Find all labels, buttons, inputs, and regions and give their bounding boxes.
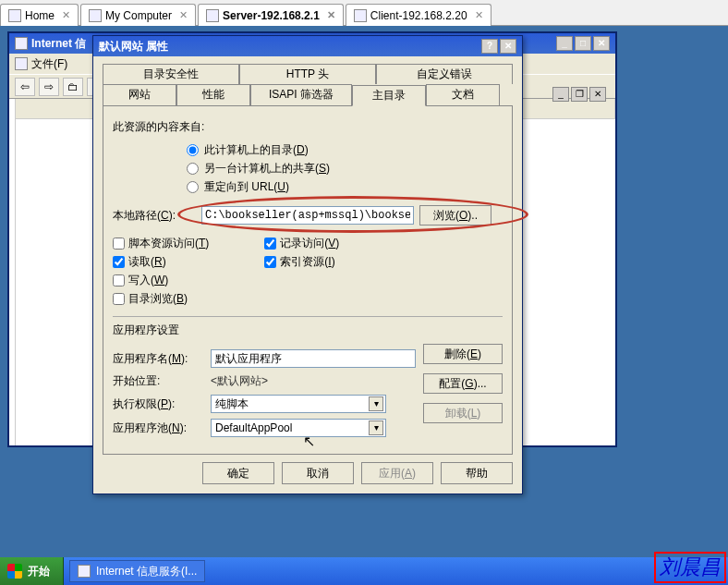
tab-performance[interactable]: 性能: [176, 84, 250, 105]
vm-tab-client[interactable]: Client-192.168.2.20 ✕: [346, 4, 491, 26]
dialog-button-row: 确定 取消 应用(A) 帮助: [103, 462, 513, 484]
local-path-row: 本地路径(C): 浏览(O)..: [113, 205, 503, 225]
mdi-close-button[interactable]: ✕: [589, 87, 606, 102]
chk-script-access[interactable]: [113, 238, 125, 250]
chk-browse-label: 目录浏览(B): [128, 291, 188, 307]
iis-app-icon: [15, 37, 28, 50]
taskbar-item-label: Internet 信息服务(I...: [96, 564, 197, 579]
remove-button[interactable]: 删除(E): [423, 344, 503, 364]
close-icon[interactable]: ✕: [179, 9, 188, 21]
menu-file[interactable]: 文件(F): [31, 56, 67, 72]
radio-local-label: 此计算机上的目录(D): [204, 142, 309, 158]
tab-documents[interactable]: 文档: [426, 84, 500, 105]
back-button[interactable]: ⇦: [15, 78, 35, 96]
windows-flag-icon: [7, 564, 22, 579]
chk-index-label: 索引资源(I): [280, 254, 334, 270]
chk-log-label: 记录访问(V): [280, 236, 339, 251]
maximize-button[interactable]: □: [575, 36, 591, 51]
app-pool-combo[interactable]: DefaultAppPool ▾: [211, 419, 386, 437]
app-pool-value: DefaultAppPool: [215, 421, 292, 434]
exec-perm-label: 执行权限(P):: [113, 396, 205, 412]
taskbar: 开始 Internet 信息服务(I...: [0, 557, 728, 585]
chk-dir-browse[interactable]: [113, 293, 125, 305]
chk-log-visits[interactable]: [264, 238, 276, 250]
apply-button[interactable]: 应用(A): [361, 462, 433, 484]
vm-tab-label: My Computer: [105, 9, 172, 22]
cancel-button[interactable]: 取消: [282, 462, 354, 484]
home-icon: [8, 9, 21, 22]
dialog-title-text: 默认网站 属性: [99, 39, 168, 55]
computer-icon: [89, 9, 102, 22]
radio-share-label: 另一台计算机上的共享(S): [204, 161, 330, 177]
app-name-label: 应用程序名(M):: [113, 351, 205, 367]
vm-tab-bar: Home ✕ My Computer ✕ Server-192.168.2.1 …: [0, 0, 728, 26]
ok-button[interactable]: 确定: [202, 462, 274, 484]
start-location-value: <默认网站>: [211, 373, 416, 389]
configure-button[interactable]: 配置(G)...: [423, 373, 503, 394]
chk-read[interactable]: [113, 256, 125, 268]
browse-button[interactable]: 浏览(O)..: [419, 205, 491, 225]
unload-button[interactable]: 卸载(L): [423, 403, 503, 423]
server-icon: [206, 9, 219, 22]
tab-custom-errors[interactable]: 自定义错误: [376, 64, 513, 84]
vm-tab-server[interactable]: Server-192.168.2.1 ✕: [198, 4, 344, 26]
tab-dir-security[interactable]: 目录安全性: [103, 64, 239, 84]
close-icon[interactable]: ✕: [327, 9, 335, 21]
radio-local-dir[interactable]: [187, 144, 199, 156]
tab-row-upper: 目录安全性 HTTP 头 自定义错误: [103, 64, 513, 84]
local-path-label: 本地路径(C):: [113, 208, 196, 224]
permissions-grid: 脚本资源访问(T) 读取(R) 写入(W) 目录浏览(B) 记录访问(V) 索引…: [113, 235, 503, 307]
start-label: 开始: [28, 564, 50, 579]
tab-row-lower: 网站 性能 ISAPI 筛选器 主目录 文档: [103, 84, 513, 106]
mdi-minimize-button[interactable]: _: [552, 87, 569, 102]
vm-tab-label: Server-192.168.2.1: [223, 9, 320, 22]
exec-perm-combo[interactable]: 纯脚本 ▾: [211, 395, 386, 413]
iis-title-text: Internet 信: [31, 36, 86, 52]
chk-script-label: 脚本资源访问(T): [128, 236, 209, 251]
watermark: 刘晨昌: [654, 552, 726, 583]
local-path-input[interactable]: [201, 206, 414, 225]
app-icon: [15, 57, 28, 70]
minimize-button[interactable]: _: [556, 36, 573, 51]
chk-write-label: 写入(W): [128, 273, 168, 288]
vm-tab-home[interactable]: Home ✕: [0, 4, 79, 26]
vm-tab-label: Client-192.168.2.20: [370, 9, 467, 22]
mdi-restore-button[interactable]: ❐: [571, 87, 588, 102]
chk-read-label: 读取(R): [128, 254, 166, 270]
start-button[interactable]: 开始: [0, 557, 64, 585]
close-button[interactable]: ✕: [593, 36, 610, 51]
forward-button[interactable]: ⇨: [39, 78, 59, 96]
close-icon[interactable]: ✕: [475, 9, 483, 21]
exec-perm-value: 纯脚本: [215, 396, 249, 412]
tab-http-headers[interactable]: HTTP 头: [239, 64, 376, 84]
vm-tab-label: Home: [25, 9, 55, 22]
website-properties-dialog: 默认网站 属性 ? ✕ 目录安全性 HTTP 头 自定义错误 网站 性能 ISA…: [92, 35, 523, 494]
home-directory-panel: 此资源的内容来自: 此计算机上的目录(D) 另一台计算机上的共享(S) 重定向到…: [103, 106, 513, 455]
iis-task-icon: [78, 565, 91, 578]
up-button[interactable]: 🗀: [63, 78, 83, 96]
chevron-down-icon: ▾: [369, 420, 383, 435]
chk-write[interactable]: [113, 274, 125, 286]
close-icon[interactable]: ✕: [62, 9, 70, 21]
content-source-label: 此资源的内容来自:: [113, 119, 503, 135]
radio-network-share[interactable]: [187, 163, 199, 175]
app-settings-label: 应用程序设置: [113, 323, 503, 338]
content-source-radios: 此计算机上的目录(D) 另一台计算机上的共享(S) 重定向到 URL(U): [187, 140, 503, 196]
tab-home-directory[interactable]: 主目录: [352, 85, 426, 106]
start-location-label: 开始位置:: [113, 373, 205, 389]
app-name-input[interactable]: [211, 349, 416, 368]
dialog-title-bar[interactable]: 默认网站 属性 ? ✕: [93, 36, 522, 56]
tab-website[interactable]: 网站: [103, 84, 176, 105]
vm-tab-mycomputer[interactable]: My Computer ✕: [80, 4, 196, 26]
app-pool-label: 应用程序池(N):: [113, 420, 205, 436]
chevron-down-icon: ▾: [369, 396, 383, 411]
chk-index-resource[interactable]: [264, 256, 276, 268]
radio-redirect-label: 重定向到 URL(U): [204, 179, 289, 195]
tab-isapi[interactable]: ISAPI 筛选器: [250, 84, 352, 105]
client-icon: [354, 9, 367, 22]
taskbar-item-iis[interactable]: Internet 信息服务(I...: [69, 560, 205, 582]
radio-redirect-url[interactable]: [187, 181, 199, 193]
help-button[interactable]: ?: [481, 39, 498, 54]
dlg-help-button[interactable]: 帮助: [441, 462, 513, 484]
close-button[interactable]: ✕: [500, 39, 516, 54]
